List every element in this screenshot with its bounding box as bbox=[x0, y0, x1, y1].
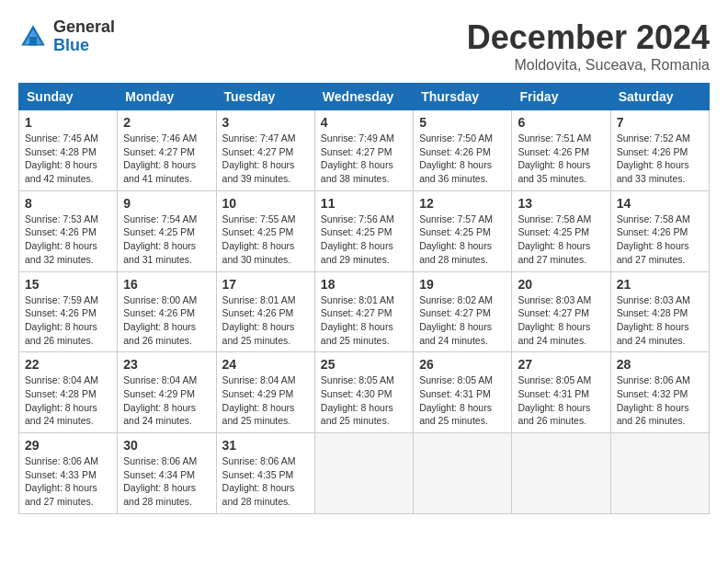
day-info: Sunrise: 8:06 AM Sunset: 4:32 PM Dayligh… bbox=[617, 373, 703, 428]
calendar-cell: 5 Sunrise: 7:50 AM Sunset: 4:26 PM Dayli… bbox=[414, 110, 512, 191]
header-monday: Monday bbox=[118, 84, 216, 110]
week-row-2: 8 Sunrise: 7:53 AM Sunset: 4:26 PM Dayli… bbox=[19, 190, 710, 271]
week-row-3: 15 Sunrise: 7:59 AM Sunset: 4:26 PM Dayl… bbox=[19, 271, 710, 352]
day-number: 9 bbox=[123, 196, 210, 211]
day-number: 10 bbox=[222, 196, 309, 211]
header-wednesday: Wednesday bbox=[314, 84, 413, 110]
week-row-1: 1 Sunrise: 7:45 AM Sunset: 4:28 PM Dayli… bbox=[19, 110, 710, 191]
calendar-cell: 10 Sunrise: 7:55 AM Sunset: 4:25 PM Dayl… bbox=[216, 190, 314, 271]
day-info: Sunrise: 8:04 AM Sunset: 4:29 PM Dayligh… bbox=[222, 373, 309, 428]
day-info: Sunrise: 7:57 AM Sunset: 4:25 PM Dayligh… bbox=[419, 213, 506, 267]
calendar-cell: 6 Sunrise: 7:51 AM Sunset: 4:26 PM Dayli… bbox=[512, 110, 610, 191]
day-number: 2 bbox=[123, 115, 210, 130]
day-number: 7 bbox=[617, 115, 703, 130]
week-row-5: 29 Sunrise: 8:06 AM Sunset: 4:33 PM Dayl… bbox=[19, 433, 710, 514]
calendar-cell: 28 Sunrise: 8:06 AM Sunset: 4:32 PM Dayl… bbox=[610, 352, 709, 433]
calendar-cell: 15 Sunrise: 7:59 AM Sunset: 4:26 PM Dayl… bbox=[19, 271, 118, 352]
day-number: 18 bbox=[321, 277, 407, 292]
calendar-cell: 7 Sunrise: 7:52 AM Sunset: 4:26 PM Dayli… bbox=[610, 110, 709, 191]
calendar-cell: 19 Sunrise: 8:02 AM Sunset: 4:27 PM Dayl… bbox=[414, 271, 512, 352]
calendar-cell: 30 Sunrise: 8:06 AM Sunset: 4:34 PM Dayl… bbox=[118, 433, 216, 514]
logo-text: General Blue bbox=[53, 18, 115, 55]
calendar-cell: 17 Sunrise: 8:01 AM Sunset: 4:26 PM Dayl… bbox=[216, 271, 314, 352]
calendar-cell: 21 Sunrise: 8:03 AM Sunset: 4:28 PM Dayl… bbox=[610, 271, 709, 352]
header-thursday: Thursday bbox=[414, 84, 512, 110]
svg-rect-2 bbox=[29, 37, 37, 46]
logo-icon bbox=[18, 22, 48, 52]
calendar-cell: 24 Sunrise: 8:04 AM Sunset: 4:29 PM Dayl… bbox=[216, 352, 314, 433]
calendar-cell: 22 Sunrise: 8:04 AM Sunset: 4:28 PM Dayl… bbox=[19, 352, 118, 433]
day-number: 19 bbox=[419, 277, 506, 292]
day-number: 13 bbox=[518, 196, 604, 211]
day-info: Sunrise: 8:06 AM Sunset: 4:34 PM Dayligh… bbox=[123, 454, 210, 509]
day-number: 30 bbox=[123, 438, 210, 453]
day-info: Sunrise: 7:49 AM Sunset: 4:27 PM Dayligh… bbox=[321, 132, 407, 186]
day-number: 15 bbox=[25, 277, 111, 292]
calendar-cell bbox=[314, 433, 413, 514]
calendar-cell: 1 Sunrise: 7:45 AM Sunset: 4:28 PM Dayli… bbox=[19, 110, 118, 191]
day-number: 27 bbox=[518, 357, 604, 372]
day-number: 21 bbox=[617, 277, 703, 292]
day-number: 12 bbox=[419, 196, 506, 211]
calendar-cell: 2 Sunrise: 7:46 AM Sunset: 4:27 PM Dayli… bbox=[118, 110, 216, 191]
day-number: 16 bbox=[123, 277, 210, 292]
weekday-header-row: Sunday Monday Tuesday Wednesday Thursday… bbox=[19, 84, 710, 110]
day-info: Sunrise: 7:45 AM Sunset: 4:28 PM Dayligh… bbox=[25, 132, 111, 186]
calendar-cell bbox=[414, 433, 512, 514]
week-row-4: 22 Sunrise: 8:04 AM Sunset: 4:28 PM Dayl… bbox=[19, 352, 710, 433]
header-friday: Friday bbox=[512, 84, 610, 110]
day-info: Sunrise: 8:01 AM Sunset: 4:27 PM Dayligh… bbox=[321, 293, 407, 348]
day-number: 28 bbox=[617, 357, 703, 372]
title-area: December 2024 Moldovita, Suceava, Romani… bbox=[467, 18, 710, 74]
day-info: Sunrise: 7:51 AM Sunset: 4:26 PM Dayligh… bbox=[518, 132, 604, 186]
calendar-cell: 14 Sunrise: 7:58 AM Sunset: 4:26 PM Dayl… bbox=[610, 190, 709, 271]
calendar-cell: 26 Sunrise: 8:05 AM Sunset: 4:31 PM Dayl… bbox=[414, 352, 512, 433]
calendar-cell bbox=[610, 433, 709, 514]
day-number: 1 bbox=[25, 115, 111, 130]
day-info: Sunrise: 7:59 AM Sunset: 4:26 PM Dayligh… bbox=[25, 293, 111, 348]
header: General Blue December 2024 Moldovita, Su… bbox=[18, 18, 710, 74]
calendar: Sunday Monday Tuesday Wednesday Thursday… bbox=[18, 83, 710, 514]
calendar-cell: 20 Sunrise: 8:03 AM Sunset: 4:27 PM Dayl… bbox=[512, 271, 610, 352]
day-info: Sunrise: 7:54 AM Sunset: 4:25 PM Dayligh… bbox=[123, 213, 210, 267]
day-number: 14 bbox=[617, 196, 703, 211]
day-number: 24 bbox=[222, 357, 309, 372]
day-number: 26 bbox=[419, 357, 506, 372]
day-info: Sunrise: 8:02 AM Sunset: 4:27 PM Dayligh… bbox=[419, 293, 506, 348]
day-number: 5 bbox=[419, 115, 506, 130]
month-title: December 2024 bbox=[467, 18, 710, 57]
day-info: Sunrise: 8:04 AM Sunset: 4:29 PM Dayligh… bbox=[123, 373, 210, 428]
day-info: Sunrise: 7:52 AM Sunset: 4:26 PM Dayligh… bbox=[617, 132, 703, 186]
day-info: Sunrise: 7:50 AM Sunset: 4:26 PM Dayligh… bbox=[419, 132, 506, 186]
day-info: Sunrise: 7:53 AM Sunset: 4:26 PM Dayligh… bbox=[25, 213, 111, 267]
day-number: 29 bbox=[25, 438, 111, 453]
day-number: 22 bbox=[25, 357, 111, 372]
day-info: Sunrise: 8:05 AM Sunset: 4:31 PM Dayligh… bbox=[419, 373, 506, 428]
day-info: Sunrise: 7:56 AM Sunset: 4:25 PM Dayligh… bbox=[321, 213, 407, 267]
calendar-cell: 31 Sunrise: 8:06 AM Sunset: 4:35 PM Dayl… bbox=[216, 433, 314, 514]
day-info: Sunrise: 7:58 AM Sunset: 4:25 PM Dayligh… bbox=[518, 213, 604, 267]
day-info: Sunrise: 7:55 AM Sunset: 4:25 PM Dayligh… bbox=[222, 213, 309, 267]
day-info: Sunrise: 8:06 AM Sunset: 4:33 PM Dayligh… bbox=[25, 454, 111, 509]
day-info: Sunrise: 7:47 AM Sunset: 4:27 PM Dayligh… bbox=[222, 132, 309, 186]
calendar-cell: 25 Sunrise: 8:05 AM Sunset: 4:30 PM Dayl… bbox=[314, 352, 413, 433]
calendar-cell: 4 Sunrise: 7:49 AM Sunset: 4:27 PM Dayli… bbox=[314, 110, 413, 191]
header-tuesday: Tuesday bbox=[216, 84, 314, 110]
day-info: Sunrise: 8:03 AM Sunset: 4:28 PM Dayligh… bbox=[617, 293, 703, 348]
day-info: Sunrise: 8:03 AM Sunset: 4:27 PM Dayligh… bbox=[518, 293, 604, 348]
day-number: 4 bbox=[321, 115, 407, 130]
calendar-cell: 3 Sunrise: 7:47 AM Sunset: 4:27 PM Dayli… bbox=[216, 110, 314, 191]
day-info: Sunrise: 8:05 AM Sunset: 4:30 PM Dayligh… bbox=[321, 373, 407, 428]
calendar-cell: 16 Sunrise: 8:00 AM Sunset: 4:26 PM Dayl… bbox=[118, 271, 216, 352]
day-number: 31 bbox=[222, 438, 309, 453]
calendar-cell: 18 Sunrise: 8:01 AM Sunset: 4:27 PM Dayl… bbox=[314, 271, 413, 352]
day-info: Sunrise: 7:58 AM Sunset: 4:26 PM Dayligh… bbox=[617, 213, 703, 267]
day-number: 23 bbox=[123, 357, 210, 372]
day-info: Sunrise: 7:46 AM Sunset: 4:27 PM Dayligh… bbox=[123, 132, 210, 186]
calendar-cell: 12 Sunrise: 7:57 AM Sunset: 4:25 PM Dayl… bbox=[414, 190, 512, 271]
day-number: 8 bbox=[25, 196, 111, 211]
day-number: 3 bbox=[222, 115, 309, 130]
calendar-cell: 23 Sunrise: 8:04 AM Sunset: 4:29 PM Dayl… bbox=[118, 352, 216, 433]
calendar-cell: 11 Sunrise: 7:56 AM Sunset: 4:25 PM Dayl… bbox=[314, 190, 413, 271]
header-saturday: Saturday bbox=[610, 84, 709, 110]
